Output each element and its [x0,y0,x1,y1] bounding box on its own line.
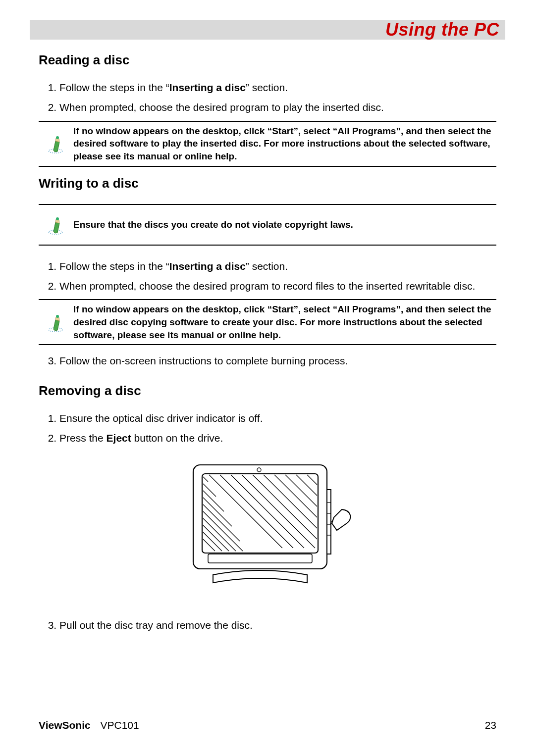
note-writing-2: If no window appears on the desktop, cli… [39,299,496,345]
removing-step-2: Press the Eject button on the drive. [59,431,496,445]
text: Follow the steps in the “ [59,82,169,93]
pencil-icon [39,312,73,332]
note-writing-1: Ensure that the discs you create do not … [39,204,496,246]
pencil-icon [39,215,73,235]
svg-marker-36 [327,490,331,554]
removing-steps-a: Ensure the optical disc driver indicator… [39,411,496,446]
reading-step-2: When prompted, choose the desired progra… [59,101,496,114]
header-bar: Using the PC [30,20,505,40]
text: button on the drive. [131,432,223,444]
text: ” section. [246,82,288,93]
reading-steps: Follow the steps in the “Inserting a dis… [39,81,496,115]
section-writing-title: Writing to a disc [39,176,496,191]
monitor-eject-figure [39,455,496,594]
removing-steps-b: Pull out the disc tray and remove the di… [39,618,496,632]
writing-step-3: Follow the on-screen instructions to com… [59,354,496,368]
footer-model: VPC101 [101,719,139,731]
svg-marker-5 [54,222,59,233]
text: Press the [59,432,107,444]
writing-step-1: Follow the steps in the “Inserting a dis… [59,259,496,273]
text-bold: Inserting a disc [169,82,246,93]
svg-point-11 [56,315,59,318]
note-text: If no window appears on the desktop, cli… [73,125,496,163]
section-reading-title: Reading a disc [39,52,496,68]
text-bold: Eject [107,432,131,444]
removing-step-3: Pull out the disc tray and remove the di… [59,618,496,632]
footer-left: ViewSonic VPC101 [39,719,139,731]
footer-page: 23 [485,719,496,731]
writing-step-2: When prompted, choose the desired progra… [59,279,496,293]
header-title: Using the PC [385,19,499,40]
svg-point-3 [56,136,59,139]
pencil-icon [39,134,73,153]
removing-step-1: Ensure the optical disc driver indicator… [59,411,496,425]
footer-brand: ViewSonic [39,719,91,731]
page-footer: ViewSonic VPC101 23 [39,719,496,731]
writing-steps-a: Follow the steps in the “Inserting a dis… [39,259,496,294]
svg-marker-9 [54,320,59,331]
note-reading: If no window appears on the desktop, cli… [39,121,496,167]
reading-step-1: Follow the steps in the “Inserting a dis… [59,81,496,95]
text: ” section. [246,260,288,272]
note-text: If no window appears on the desktop, cli… [73,303,496,341]
text-bold: Inserting a disc [169,260,246,272]
svg-point-7 [56,217,59,220]
text: Follow the steps in the “ [59,260,169,272]
note-text: Ensure that the discs you create do not … [73,218,358,231]
svg-rect-34 [208,554,312,563]
svg-marker-1 [54,141,59,152]
writing-steps-b: Follow the on-screen instructions to com… [39,354,496,368]
section-removing-title: Removing a disc [39,383,496,399]
